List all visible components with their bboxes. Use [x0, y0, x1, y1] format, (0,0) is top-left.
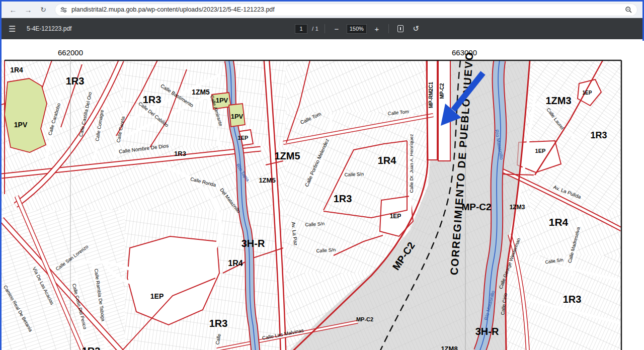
map-label: 1ZM5	[274, 150, 300, 161]
parcel-blocks	[2, 60, 621, 350]
site-settings-icon[interactable]	[60, 6, 67, 14]
hamburger-icon: ☰	[9, 25, 16, 33]
map-label: MP-C2	[461, 202, 491, 212]
map-label: 1PV	[14, 121, 28, 129]
page-total-label: / 1	[312, 26, 318, 32]
rotate-button[interactable]: ↺	[411, 23, 422, 34]
map-label: 1ZM5	[192, 88, 210, 96]
map-label: 1R3	[590, 130, 607, 140]
map-label: 1R4	[549, 216, 569, 228]
zoom-level-display[interactable]: 150%	[347, 24, 367, 34]
back-icon: ←	[10, 6, 17, 14]
right-margin	[621, 41, 644, 350]
map-label: 1R3	[563, 294, 582, 305]
zoom-out-button[interactable]: −	[331, 23, 342, 34]
fit-page-button[interactable]	[395, 23, 406, 34]
map-label: MP-C2	[439, 83, 445, 99]
map-label: 1ZM5	[259, 177, 275, 184]
map-label: 662000	[58, 48, 83, 57]
map-label: 1EP	[238, 135, 249, 141]
map-label: MP-RM2C1	[428, 81, 434, 108]
map-label: 1EP	[390, 213, 401, 220]
top-margin	[2, 41, 644, 60]
map-label: 1ZM3	[510, 204, 525, 211]
map-label: 3H-R	[242, 238, 265, 249]
map-label: 1ZM3	[545, 95, 571, 106]
forward-icon: →	[25, 6, 32, 14]
fit-page-icon	[397, 25, 404, 32]
reload-icon: ↻	[40, 6, 46, 14]
pdf-page-canvas[interactable]: 6620006630001R41R31R31PV1ZM51PV1PV1EP1R3…	[2, 41, 642, 348]
plus-icon: +	[374, 25, 379, 33]
map-label: 1PV	[231, 113, 244, 120]
menu-button[interactable]: ☰	[9, 24, 23, 34]
map-label: 1R3	[143, 94, 162, 105]
map-label: 1R4	[10, 66, 23, 74]
zoom-in-button[interactable]: +	[371, 23, 382, 34]
forward-button[interactable]: →	[22, 3, 35, 16]
map-label: Calle Dr. Juan A. Henríquez	[409, 134, 414, 193]
browser-window: ← → ↻ plandistrital2.mupa.gob.pa/wp-cont…	[0, 0, 644, 350]
map-label: 1EP	[535, 148, 546, 154]
pdf-controls: 1 / 1 − 150% + ↺	[295, 18, 422, 39]
address-bar[interactable]: plandistrital2.mupa.gob.pa/wp-content/up…	[55, 4, 637, 16]
rotate-icon: ↺	[413, 24, 420, 33]
page-number-input[interactable]: 1	[295, 24, 307, 34]
map-label: MP-C2	[356, 316, 373, 322]
map-label: 1R3	[66, 75, 85, 86]
toolbar-divider	[388, 24, 389, 33]
map-label: 1EP	[583, 90, 592, 96]
toolbar-divider	[325, 24, 325, 33]
url-text: plandistrital2.mupa.gob.pa/wp-content/up…	[71, 6, 275, 13]
pdf-filename: 5-4E-121223.pdf	[27, 25, 71, 32]
map-label: 1EP	[150, 292, 164, 300]
map-label: 1R3	[174, 150, 186, 157]
zoom-magnifier-icon[interactable]	[625, 6, 632, 14]
map-label: 1R3	[82, 345, 101, 350]
map-label: 1R4	[228, 259, 243, 268]
minus-icon: −	[334, 25, 339, 33]
pdf-toolbar: ☰ 5-4E-121223.pdf 1 / 1 − 150% + ↺	[2, 18, 642, 39]
zoning-map: 6620006630001R41R31R31PV1ZM51PV1PV1EP1R3…	[2, 41, 644, 350]
reload-button[interactable]: ↻	[37, 3, 50, 16]
map-label: 1R3	[334, 193, 352, 204]
map-label: 3H-R	[475, 326, 499, 337]
back-button[interactable]: ←	[7, 3, 20, 16]
map-label: Calle S/n	[344, 171, 364, 177]
map-label: 1ZM8	[441, 345, 457, 350]
browser-toolbar: ← → ↻ plandistrital2.mupa.gob.pa/wp-cont…	[2, 2, 642, 18]
map-label: 1R3	[209, 318, 228, 329]
map-label: 1R4	[378, 155, 397, 166]
